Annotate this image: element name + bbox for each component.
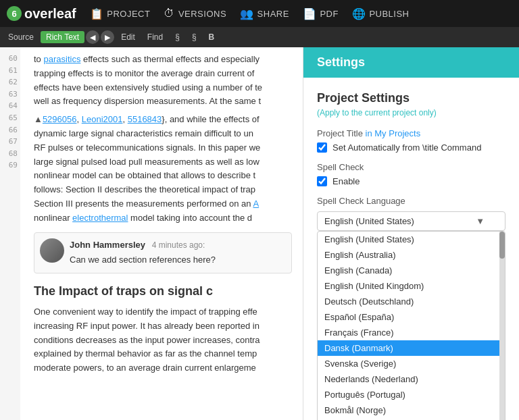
nav-item-publish[interactable]: 🌐 PUBLISH — [352, 7, 410, 20]
section-heading: The Impact of traps on signal c — [34, 282, 292, 301]
comment-block: John Hammersley 4 minutes ago: Can we ad… — [34, 232, 292, 274]
versions-icon: ⏱ — [164, 7, 175, 20]
paragraph-2: ▲5296056, Leoni2001, 5516843}, and while… — [34, 113, 292, 225]
spell-check-lang-label: Spell Check Language — [317, 196, 505, 206]
comment-time: 4 minutes ago: — [152, 240, 205, 250]
project-title-label: Project Title in My Projects — [317, 128, 505, 138]
cite-link-2[interactable]: Leoni2001 — [82, 114, 123, 124]
cite-link-3[interactable]: 5516843 — [128, 114, 162, 124]
lang-option-sv[interactable]: Svenska (Sverige) — [318, 356, 505, 371]
back-arrow-button[interactable]: ◀ — [86, 30, 99, 44]
paragraph-1: to parasitics effects such as thermal ef… — [34, 53, 292, 109]
auto-title-label: Set Automatically from \title Command — [332, 142, 481, 153]
nav-item-share[interactable]: 👥 SHARE — [240, 7, 289, 20]
line-numbers: 60 61 62 63 64 65 66 67 68 69 — [0, 47, 20, 420]
lang-option-nb[interactable]: Bokmål (Norge) — [318, 402, 505, 418]
logo-icon: 6 — [7, 6, 22, 21]
settings-header: Settings — [303, 47, 519, 78]
lang-option-de[interactable]: Deutsch (Deutschland) — [318, 294, 505, 309]
dropdown-arrow-icon: ▼ — [476, 216, 485, 226]
find-button[interactable]: Find — [142, 31, 168, 43]
logo[interactable]: 6 overleaf — [7, 6, 76, 22]
settings-panel: Settings Project Settings (Apply to the … — [303, 47, 519, 420]
settings-title: Settings — [317, 55, 365, 69]
comment-author: John Hammersley — [70, 240, 145, 250]
forward-arrow-button[interactable]: ▶ — [101, 30, 114, 44]
spell-check-label: Spell Check — [317, 162, 505, 172]
subsection-button[interactable]: § — [187, 31, 202, 43]
section-link[interactable]: A — [253, 199, 259, 209]
lang-option-nl[interactable]: Nederlands (Nederland) — [318, 371, 505, 387]
project-settings-subtitle: (Apply to the current project only) — [317, 108, 505, 117]
source-button[interactable]: Source — [3, 31, 39, 43]
nav-item-pdf[interactable]: 📄 PDF — [303, 7, 339, 20]
paragraph-3: One convenient way to identify the impac… — [34, 305, 292, 375]
lang-option-en-us[interactable]: English (United States) — [318, 232, 505, 247]
language-dropdown-list: English (United States) English (Austral… — [317, 231, 505, 420]
comment-text: Can we add section references here? — [70, 253, 216, 267]
auto-title-checkbox[interactable] — [317, 142, 327, 153]
editor-toolbar: Source Rich Text ◀ ▶ Edit Find § § B — [0, 27, 519, 47]
lang-option-pt[interactable]: Português (Portugal) — [318, 387, 505, 402]
nav-item-project[interactable]: 📋 PROJECT — [90, 7, 151, 20]
avatar — [40, 238, 64, 263]
lang-option-fr[interactable]: Français (France) — [318, 325, 505, 340]
spell-check-enable-row: Enable — [317, 176, 505, 186]
language-dropdown-selected[interactable]: English (United States) ▼ — [317, 211, 505, 231]
spell-check-enable-label: Enable — [332, 176, 360, 186]
nav-label-pdf: PDF — [320, 9, 339, 19]
electrothermal-link[interactable]: electrothermal — [72, 213, 128, 223]
edit-button[interactable]: Edit — [116, 31, 141, 43]
nav-label-share: SHARE — [257, 9, 289, 19]
parasitics-link[interactable]: parasitics — [43, 54, 80, 64]
main-area: 60 61 62 63 64 65 66 67 68 69 to parasit… — [0, 47, 519, 420]
lang-option-da[interactable]: Dansk (Danmark) — [318, 340, 505, 356]
logo-text: overleaf — [24, 6, 76, 22]
nav-label-project: PROJECT — [107, 9, 150, 19]
scrollbar[interactable] — [499, 232, 505, 420]
pdf-icon: 📄 — [303, 7, 317, 20]
lang-option-en-au[interactable]: English (Australia) — [318, 247, 505, 263]
project-settings-title: Project Settings — [317, 91, 505, 105]
auto-title-row: Set Automatically from \title Command — [317, 142, 505, 153]
section-button[interactable]: § — [170, 31, 185, 43]
editor-area[interactable]: 60 61 62 63 64 65 66 67 68 69 to parasit… — [0, 47, 303, 420]
editor-content: to parasitics effects such as thermal ef… — [34, 53, 292, 379]
lang-option-en-gb[interactable]: English (United Kingdom) — [318, 278, 505, 294]
comment-body: John Hammersley 4 minutes ago: Can we ad… — [70, 238, 216, 268]
publish-icon: 🌐 — [352, 7, 366, 20]
cite-link-1[interactable]: 5296056 — [43, 114, 77, 124]
bold-button[interactable]: B — [203, 31, 220, 43]
lang-option-es[interactable]: Español (España) — [318, 309, 505, 325]
nav-label-versions: VERSIONS — [178, 9, 226, 19]
settings-body: Project Settings (Apply to the current p… — [303, 78, 519, 420]
rich-text-button[interactable]: Rich Text — [41, 31, 84, 43]
share-icon: 👥 — [240, 7, 254, 20]
selected-language-text: English (United States) — [324, 216, 414, 226]
nav-label-publish: PUBLISH — [369, 9, 409, 19]
lang-option-en-ca[interactable]: English (Canada) — [318, 263, 505, 278]
nav-item-versions[interactable]: ⏱ VERSIONS — [164, 7, 226, 20]
language-dropdown-container: English (United States) ▼ English (Unite… — [317, 211, 505, 420]
project-icon: 📋 — [90, 7, 104, 20]
scrollbar-thumb[interactable] — [499, 232, 505, 259]
spell-check-checkbox[interactable] — [317, 176, 327, 186]
top-navigation: 6 overleaf 📋 PROJECT ⏱ VERSIONS 👥 SHARE … — [0, 0, 519, 27]
